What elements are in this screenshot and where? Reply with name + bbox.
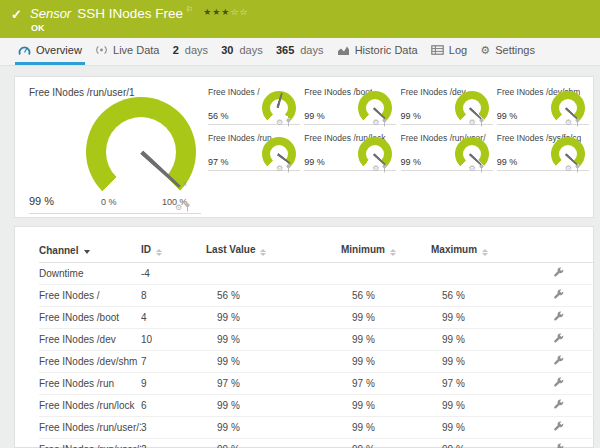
col-header-channel[interactable]: Channel — [39, 241, 141, 263]
table-row[interactable]: Free INodes /dev 10 99 % 99 % 99 % — [39, 329, 595, 351]
tab-30-days[interactable]: 30days — [218, 38, 266, 65]
gear-icon[interactable]: ⚙ — [372, 165, 379, 173]
tab-overview[interactable]: Overview — [15, 38, 85, 65]
tile-value: 99 % — [304, 157, 325, 167]
wrench-icon[interactable] — [553, 311, 564, 322]
cell-last-value: 97 % — [206, 373, 341, 395]
wrench-icon[interactable] — [553, 289, 564, 300]
flag-icon[interactable]: ⚐ — [186, 5, 193, 14]
channel-gauge-tile[interactable]: Free INodes /dev 99 % ⚙ — [401, 85, 495, 129]
gear-icon[interactable]: ⚙ — [175, 204, 182, 212]
wrench-icon[interactable] — [553, 267, 564, 278]
channel-gauge-tile[interactable]: Free INodes /run 97 % ⚙ — [208, 131, 302, 175]
tab-log[interactable]: Log — [428, 38, 470, 65]
channel-gauge-tile[interactable]: Free INodes /run/user/ 99 % ⚙ — [401, 131, 495, 175]
gear-icon[interactable]: ⚙ — [469, 165, 476, 173]
gear-icon[interactable]: ⚙ — [276, 165, 283, 173]
channel-gauge-tile[interactable]: Free INodes /boot 99 % ⚙ — [304, 85, 398, 129]
wrench-icon[interactable] — [553, 377, 564, 388]
cell-maximum — [431, 263, 541, 285]
status-check-icon: ✓ — [11, 7, 22, 22]
cell-minimum: 99 % — [341, 439, 431, 448]
table-row[interactable]: Free INodes /run/user/1 3 99 % 99 % 99 % — [39, 417, 595, 439]
gear-icon[interactable]: ⚙ — [372, 119, 379, 127]
tab-2-days[interactable]: 2days — [170, 38, 211, 65]
wrench-icon[interactable] — [553, 399, 564, 410]
sensor-header: ✓ Sensor SSH INodes Free ⚐ ★★★☆☆ OK — [0, 0, 600, 38]
wrench-icon[interactable] — [553, 333, 564, 344]
cell-last-value: 99 % — [206, 307, 341, 329]
channel-gauge-tile[interactable]: Free INodes /sys/fs/cg 99 % ⚙ — [497, 131, 591, 175]
table-row[interactable]: Free INodes /run/lock 6 99 % 99 % 99 % — [39, 395, 595, 417]
gear-icon[interactable]: ⚙ — [565, 165, 572, 173]
cell-channel: Free INodes /run/user/1 — [39, 439, 141, 448]
tab-historic-data[interactable]: Historic Data — [334, 38, 421, 65]
pin-icon[interactable] — [285, 164, 292, 173]
channel-gauge-tile[interactable]: Free INodes /run/lock 99 % ⚙ — [304, 131, 398, 175]
tile-value: 97 % — [208, 157, 229, 167]
cell-channel: Free INodes /run/user/1 — [39, 417, 141, 439]
cell-channel: Free INodes /run — [39, 373, 141, 395]
table-row[interactable]: Free INodes /run 9 97 % 97 % 97 % — [39, 373, 595, 395]
tile-value: 99 % — [401, 111, 422, 121]
pin-icon[interactable] — [381, 164, 388, 173]
wrench-icon[interactable] — [553, 443, 564, 448]
gauge-max-marker: x — [183, 180, 187, 187]
channels-panel: Channel ID Last Value Minimum Maximum Do… — [14, 226, 594, 448]
cell-id: 3 — [141, 417, 206, 439]
tile-value: 56 % — [208, 111, 229, 121]
channels-table: Channel ID Last Value Minimum Maximum Do… — [39, 241, 595, 448]
priority-stars[interactable]: ★★★☆☆ — [203, 7, 248, 17]
cell-channel: Free INodes /dev — [39, 329, 141, 351]
table-row[interactable]: Free INodes /run/user/1 2 99 % 99 % 99 % — [39, 439, 595, 448]
table-row[interactable]: Free INodes /dev/shm 7 99 % 99 % 99 % — [39, 351, 595, 373]
pin-icon[interactable] — [574, 118, 581, 127]
tab-number: 2 — [173, 44, 179, 56]
table-row[interactable]: Downtime -4 — [39, 263, 595, 285]
table-row[interactable]: Free INodes / 8 56 % 56 % 56 % — [39, 285, 595, 307]
gauge-title: Free INodes /run/user/1 — [29, 87, 135, 98]
pin-icon[interactable] — [285, 118, 292, 127]
cell-minimum: 99 % — [341, 307, 431, 329]
tab-365-days[interactable]: 365days — [273, 38, 327, 65]
primary-channel-gauge[interactable]: Free INodes /run/user/1 x 99 % 0 % 100 %… — [15, 77, 205, 217]
gauge-icon — [18, 44, 31, 56]
col-header-id[interactable]: ID — [141, 241, 206, 263]
tab-settings[interactable]: ⚙ Settings — [477, 38, 538, 65]
prtg-sensor-page: ✓ Sensor SSH INodes Free ⚐ ★★★☆☆ OK Over… — [0, 0, 600, 448]
gear-icon[interactable]: ⚙ — [565, 119, 572, 127]
channel-gauge-tile[interactable]: Free INodes /dev/shm 99 % ⚙ — [497, 85, 591, 129]
cell-last-value: 99 % — [206, 351, 341, 373]
tab-live-data[interactable]: Live Data — [92, 38, 162, 65]
wrench-icon[interactable] — [553, 355, 564, 366]
tile-title: Free INodes /run — [208, 133, 272, 143]
pin-icon[interactable] — [381, 118, 388, 127]
live-data-icon — [95, 44, 108, 56]
col-header-maximum[interactable]: Maximum — [431, 241, 541, 263]
cell-last-value: 99 % — [206, 395, 341, 417]
pin-icon[interactable] — [478, 164, 485, 173]
gauge-scale-min: 0 % — [101, 197, 117, 207]
col-header-edit — [541, 241, 595, 263]
tile-title: Free INodes /dev — [401, 87, 466, 97]
cell-channel: Free INodes /boot — [39, 307, 141, 329]
pin-icon[interactable] — [478, 118, 485, 127]
cell-id: 9 — [141, 373, 206, 395]
cell-maximum: 56 % — [431, 285, 541, 307]
tab-unit: days — [239, 44, 262, 56]
gear-icon[interactable]: ⚙ — [469, 119, 476, 127]
cell-last-value — [206, 263, 341, 285]
pin-icon[interactable] — [574, 164, 581, 173]
cell-maximum: 99 % — [431, 395, 541, 417]
col-header-last-value[interactable]: Last Value — [206, 241, 341, 263]
tab-bar: Overview Live Data 2days 30days 365days … — [0, 38, 600, 66]
wrench-icon[interactable] — [553, 421, 564, 432]
channel-gauge-grid: Free INodes / 56 % ⚙ Free INodes /boot 9… — [208, 85, 591, 175]
channel-gauge-tile[interactable]: Free INodes / 56 % ⚙ — [208, 85, 302, 129]
pin-icon[interactable] — [184, 203, 191, 212]
table-row[interactable]: Free INodes /boot 4 99 % 99 % 99 % — [39, 307, 595, 329]
col-header-minimum[interactable]: Minimum — [341, 241, 431, 263]
cell-maximum: 99 % — [431, 351, 541, 373]
gear-icon[interactable]: ⚙ — [276, 119, 283, 127]
cell-minimum: 56 % — [341, 285, 431, 307]
